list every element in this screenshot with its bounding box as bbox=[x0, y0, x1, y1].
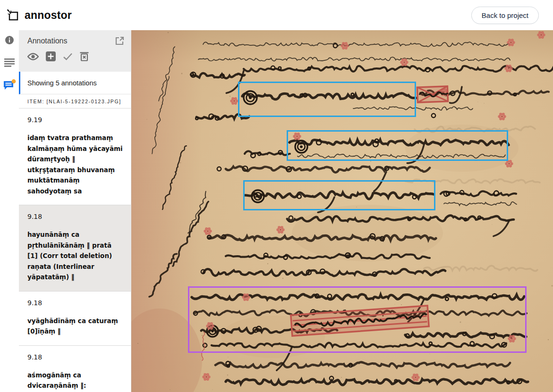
annotation-region-1[interactable] bbox=[238, 82, 416, 117]
add-icon bbox=[46, 51, 56, 61]
annotation-region-2[interactable] bbox=[287, 130, 508, 161]
annotation-text: vyāghādīnāṃ ca caturaṃ [0]īṇāṃ ‖ bbox=[27, 316, 123, 337]
logo: annostor bbox=[7, 8, 72, 22]
delete-icon bbox=[80, 51, 89, 61]
info-button[interactable] bbox=[1, 32, 17, 48]
list-lines-icon bbox=[4, 58, 15, 67]
annotation-list-item[interactable]: 9.19idaṃ tvatra prathamaṃ kalmāṇaṃ hūma … bbox=[19, 108, 131, 205]
annotation-list[interactable]: 9.19idaṃ tvatra prathamaṃ kalmāṇaṃ hūma … bbox=[19, 108, 131, 392]
check-icon bbox=[63, 53, 73, 60]
info-icon bbox=[5, 35, 14, 45]
annotation-text: hayunānāṃ ca pṛthulānīkānāṃ ‖ pratā [1] … bbox=[27, 229, 123, 283]
main-area: Annotations bbox=[0, 30, 553, 392]
confirm-button[interactable] bbox=[63, 53, 73, 60]
panel-title: Annotations bbox=[27, 37, 68, 45]
annotation-toolbar bbox=[27, 51, 124, 61]
annotation-list-item[interactable]: 9.18hayunānāṃ ca pṛthulānīkānāṃ ‖ pratā … bbox=[19, 205, 131, 292]
add-annotation-button[interactable] bbox=[46, 51, 56, 61]
annotation-list-item[interactable]: 9.18aśmogānāṃ ca dvicaraṇānāṃ ‖: bbox=[19, 346, 131, 392]
annotation-region-4[interactable] bbox=[188, 286, 527, 353]
manuscript-viewer[interactable] bbox=[131, 30, 553, 392]
annotation-ref: 9.18 bbox=[27, 353, 123, 361]
annotation-text: aśmogānāṃ ca dvicaraṇānāṃ ‖: bbox=[27, 370, 123, 391]
toggle-visibility-button[interactable] bbox=[27, 53, 39, 60]
item-header: ITEM: [NLAI-5-19222-0123.JPG] bbox=[19, 94, 131, 108]
annotation-ref: 9.18 bbox=[27, 213, 123, 220]
eye-icon bbox=[27, 53, 39, 60]
open-in-new-icon[interactable] bbox=[115, 36, 124, 45]
annotation-ref: 9.18 bbox=[27, 299, 123, 307]
logo-icon bbox=[7, 8, 20, 22]
annotations-panel: Annotations bbox=[19, 30, 131, 392]
delete-annotation-button[interactable] bbox=[80, 51, 89, 61]
panel-header: Annotations bbox=[19, 30, 131, 72]
annotation-text: idaṃ tvatra prathamaṃ kalmāṇaṃ hūma yāca… bbox=[27, 133, 123, 196]
app-header: annostor Back to project bbox=[0, 0, 553, 30]
comment-icon bbox=[3, 79, 16, 92]
annotation-ref: 9.19 bbox=[27, 116, 123, 124]
annotation-list-item[interactable]: 9.18vyāghādīnāṃ ca caturaṃ [0]īṇāṃ ‖ bbox=[19, 292, 131, 346]
notification-badge bbox=[12, 79, 16, 83]
tool-rail bbox=[0, 30, 19, 392]
layers-button[interactable] bbox=[1, 55, 17, 71]
back-to-project-button[interactable]: Back to project bbox=[471, 7, 539, 24]
showing-count: Showing 5 annotations bbox=[19, 72, 131, 94]
app-root: annostor Back to project bbox=[0, 0, 553, 392]
annotations-button[interactable] bbox=[1, 77, 17, 93]
annotation-region-3[interactable] bbox=[243, 180, 435, 210]
logo-text: annostor bbox=[25, 9, 72, 22]
